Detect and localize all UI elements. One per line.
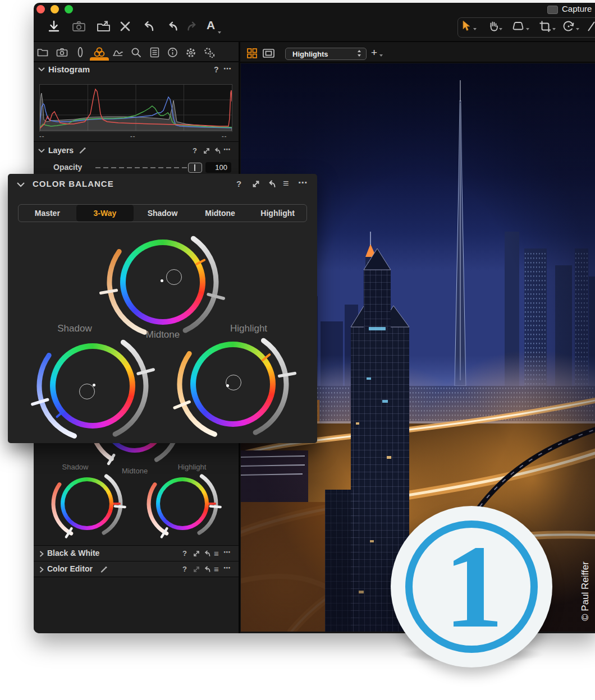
stepper-up-icon xyxy=(358,50,361,52)
black-white-more-icon[interactable]: ⋯ xyxy=(223,548,231,556)
layers-brush-icon xyxy=(79,146,86,154)
color-balance-more-icon[interactable]: ⋯ xyxy=(298,177,307,188)
histogram-shadow-readout: -- xyxy=(39,132,44,139)
histogram-help-icon[interactable]: ? xyxy=(214,65,219,74)
black-white-expand-chevron-icon[interactable] xyxy=(39,551,44,557)
loupe-tool-icon[interactable] xyxy=(512,21,524,31)
logo-digit: 1 xyxy=(391,506,552,667)
histogram-midtone-readout: -- xyxy=(130,132,135,139)
page: Capture A xyxy=(0,0,595,700)
redo-icon[interactable] xyxy=(186,21,198,32)
color-editor-expand-chevron-icon[interactable] xyxy=(39,567,44,573)
layers-help-icon[interactable]: ? xyxy=(193,146,197,155)
histogram-collapse-chevron-icon[interactable] xyxy=(38,67,45,71)
photo-credit: © Paul Reiffer xyxy=(580,518,592,664)
midtone-wheel-dot xyxy=(161,279,163,282)
zoom-window-button[interactable] xyxy=(65,5,73,13)
color-editor-title: Color Editor xyxy=(47,564,93,573)
select-tool-caret-icon xyxy=(473,28,477,30)
tab-highlight[interactable]: Highlight xyxy=(249,205,306,222)
color-editor-picker-icon xyxy=(100,565,108,573)
layers-expand-icon[interactable] xyxy=(203,147,210,155)
color-editor-help-icon[interactable]: ? xyxy=(182,565,187,573)
add-viewer-caret-icon xyxy=(379,54,383,57)
black-white-expand-icon[interactable] xyxy=(193,550,200,558)
tab-exposure-icon[interactable] xyxy=(112,47,123,57)
capture-camera-icon[interactable] xyxy=(72,20,86,33)
select-cursor-tool-icon[interactable] xyxy=(463,20,472,31)
histogram-highlight-readout: -- xyxy=(222,132,227,139)
tab-settings-gear-icon[interactable] xyxy=(185,47,196,58)
black-white-title: Black & White xyxy=(47,549,99,558)
color-balance-floating-panel: COLOR BALANCE ? ≡ ⋯ Master 3-Way Shadow … xyxy=(8,174,317,443)
color-editor-menu-icon[interactable]: ≡ xyxy=(214,564,219,574)
black-white-help-icon[interactable]: ? xyxy=(182,549,187,558)
add-clone-viewer-button[interactable]: + xyxy=(371,47,377,59)
tab-details-loupe-icon[interactable] xyxy=(131,47,141,58)
color-balance-reset-icon[interactable] xyxy=(267,179,276,188)
grid-view-icon[interactable] xyxy=(247,48,257,58)
color-balance-help-icon[interactable]: ? xyxy=(236,179,241,188)
opacity-value-box[interactable]: 100 xyxy=(205,162,231,173)
tab-metadata-list-icon[interactable] xyxy=(150,47,159,58)
rotate-tool-icon[interactable] xyxy=(562,20,575,33)
color-balance-collapse-chevron-icon[interactable] xyxy=(17,182,25,187)
histogram-more-icon[interactable]: ⋯ xyxy=(223,64,231,73)
opacity-slider-handle[interactable] xyxy=(188,163,202,173)
reset-adjustments-icon[interactable] xyxy=(142,20,155,33)
capture-one-logo-badge: 1 xyxy=(391,506,552,667)
shadow-wheel-dot xyxy=(93,384,95,386)
color-balance-title: COLOR BALANCE xyxy=(33,179,114,188)
black-white-reset-icon[interactable] xyxy=(203,550,211,557)
color-balance-expand-icon[interactable] xyxy=(251,179,260,188)
layers-collapse-chevron-icon[interactable] xyxy=(38,148,45,153)
delete-icon[interactable] xyxy=(120,21,131,32)
text-tool-caret-icon xyxy=(218,31,221,34)
rotate-tool-caret-icon xyxy=(576,28,579,30)
app-icon xyxy=(547,6,558,14)
highlight-wheel-handle[interactable] xyxy=(226,375,241,390)
proof-profile-dropdown[interactable]: Highlights xyxy=(285,48,367,60)
color-balance-menu-icon[interactable]: ≡ xyxy=(283,178,289,190)
tab-library-folder-icon[interactable] xyxy=(37,48,48,57)
black-white-menu-icon[interactable]: ≡ xyxy=(214,549,219,558)
opacity-label: Opacity xyxy=(53,163,82,172)
layers-title: Layers xyxy=(48,146,74,155)
tab-adjustments-gears-icon[interactable] xyxy=(203,47,216,59)
color-editor-expand-icon[interactable] xyxy=(193,565,200,573)
color-editor-panel-header[interactable]: Color Editor ? ≡ ⋯ xyxy=(34,561,239,577)
tab-color-icon[interactable] xyxy=(93,47,106,58)
active-tab-indicator xyxy=(90,57,109,61)
pan-tool-caret-icon xyxy=(499,28,502,30)
pan-hand-tool-icon[interactable] xyxy=(487,20,500,32)
loupe-tool-caret-icon xyxy=(526,28,529,30)
proof-view-icon[interactable] xyxy=(263,49,275,58)
histogram-title: Histogram xyxy=(48,65,90,74)
histogram-graph xyxy=(39,84,232,132)
proof-profile-value: Highlights xyxy=(292,50,328,58)
straighten-tool-icon[interactable] xyxy=(587,21,595,32)
color-editor-more-icon[interactable]: ⋯ xyxy=(223,564,231,572)
tab-capture-camera-icon[interactable] xyxy=(56,48,68,57)
highlight-wheel-dot xyxy=(226,384,229,387)
midtone-wheel-handle[interactable] xyxy=(166,269,182,285)
color-editor-reset-icon[interactable] xyxy=(203,565,211,573)
crop-tool-icon[interactable] xyxy=(539,20,551,33)
layers-more-icon[interactable]: ⋯ xyxy=(223,145,231,154)
stepper-down-icon xyxy=(358,54,361,57)
export-folder-icon[interactable] xyxy=(97,20,111,33)
window-title: Capture xyxy=(562,4,592,13)
import-icon[interactable] xyxy=(47,20,61,33)
tab-lens-icon[interactable] xyxy=(77,47,84,58)
opacity-slider-track[interactable] xyxy=(95,167,192,168)
layers-reset-icon[interactable] xyxy=(213,147,221,154)
crop-tool-caret-icon xyxy=(552,28,556,30)
text-tool-button[interactable]: A xyxy=(207,19,215,32)
minimize-window-button[interactable] xyxy=(51,5,59,13)
tab-master[interactable]: Master xyxy=(19,205,76,222)
tab-info-icon[interactable] xyxy=(167,47,178,58)
close-window-button[interactable] xyxy=(36,5,45,13)
undo-icon[interactable] xyxy=(167,21,179,32)
opacity-value: 100 xyxy=(215,163,227,172)
